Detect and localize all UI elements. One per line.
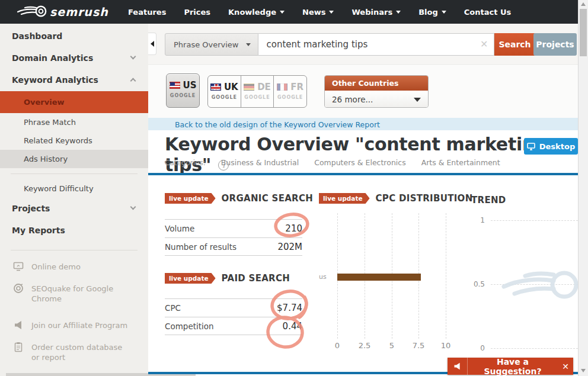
metric-label: Volume [165,224,194,233]
close-icon[interactable]: ✕ [558,362,573,371]
sidebar-item-domain-analytics[interactable]: Domain Analytics [0,47,148,69]
sidebar-item-ads-history[interactable]: Ads History [0,150,148,168]
search-input[interactable] [258,33,494,56]
nav-knowledge[interactable]: Knowledge [228,8,285,17]
nav-prices[interactable]: Prices [184,8,210,17]
megaphone-icon [448,358,468,375]
organic-search-table: Volume 210 Number of results 202M [165,219,302,256]
table-row: Number of results 202M [165,237,302,256]
trend-title: TREND [471,195,506,205]
y-tick-label: 1 [467,216,485,224]
categories-row: Categories: Business & Industrial Comput… [165,158,500,167]
categories-label: Categories: [165,159,206,167]
metric-value: 202M [277,242,302,252]
category-link[interactable]: Business & Industrial [221,158,299,167]
semrush-logo-icon: semrush [17,4,110,20]
nav-webinars[interactable]: Webinars [351,8,401,17]
x-tick-label: 10 [434,341,458,350]
table-row: CPC $7.74 [165,298,302,317]
sidebar-divider [11,250,138,250]
svg-text:semrush: semrush [50,5,108,18]
search-mode-select[interactable]: Phrase Overview [165,33,258,56]
collapse-arrow-icon [151,41,154,47]
paid-search-table: CPC $7.74 Competition 0.44 [165,298,302,335]
paid-search-title: PAID SEARCH [222,273,290,284]
cpc-bar[interactable] [337,274,421,281]
sidebar-item-phrase-match[interactable]: Phrase Match [0,113,148,131]
caret-down-icon [329,11,334,14]
sidebar-item-keyword-analytics[interactable]: Keyword Analytics [0,69,148,91]
clear-search-icon[interactable]: ✕ [480,39,488,50]
nav-contact-us[interactable]: Contact Us [464,8,511,17]
x-tick-label: 0 [325,341,349,350]
nav-features[interactable]: Features [128,8,166,17]
category-link[interactable]: Computers & Electronics [314,158,405,167]
country-tab-fr[interactable]: FR GOOGLE [273,76,306,107]
x-tick-label: 7.5 [407,341,430,350]
paid-search-header: live update PAID SEARCH [165,273,290,284]
semrush-watermark-icon [501,263,578,308]
metric-value: 0.44 [283,321,302,332]
table-row: Volume 210 [165,219,302,237]
y-tick-label: 0 [467,344,485,352]
metric-value: $7.74 [277,303,302,313]
suggestion-label: Have a Suggestion? [468,357,558,376]
semrush-keyword-overview-page: semrush Features Prices Knowledge News W… [0,0,588,376]
country-tab-uk[interactable]: UK GOOGLE [208,76,241,107]
other-countries-dropdown[interactable]: Other Countries 26 more... [324,75,429,108]
scrollbar-thumb[interactable] [580,9,587,56]
gridline [491,348,578,349]
back-link-bar: Back to the old design of the Keyword Ov… [148,118,578,130]
search-toolbar: Phrase Overview ✕ Search Projects [148,24,578,65]
sidebar-tool-affiliate-program[interactable]: Join our Affiliate Program [0,314,148,336]
search-button[interactable]: Search [494,33,536,56]
country-tab-us[interactable]: US GOOGLE [166,73,200,108]
metric-value: 210 [285,223,302,234]
nav-blog[interactable]: Blog [418,8,446,17]
chevron-down-icon [130,54,136,60]
semrush-logo[interactable]: semrush [17,4,110,20]
megaphone-icon [13,320,24,330]
live-update-badge: live update [165,273,216,284]
top-navigation: semrush Features Prices Knowledge News W… [0,0,578,24]
projects-button[interactable]: Projects [533,33,577,56]
category-link[interactable]: Arts & Entertainment [421,158,500,167]
caret-down-icon [414,98,421,102]
sidebar-tool-order-custom-database[interactable]: Order custom database or report [0,336,148,368]
sidebar-item-related-keywords[interactable]: Related Keywords [0,131,148,150]
keyword-report-section: live update ORGANIC SEARCH Volume 210 Nu… [148,175,578,372]
fr-flag-icon [277,83,287,91]
caret-down-icon [280,11,285,14]
sidebar-tool-seoquake[interactable]: SEOquake for Google Chrome [0,278,148,310]
sidebar-item-keyword-difficulty[interactable]: Keyword Difficulty [0,179,148,198]
scroll-down-icon[interactable] [581,369,586,372]
monitor-icon [13,261,24,272]
sidebar-item-overview[interactable]: Overview [0,91,148,113]
device-desktop-button[interactable]: Desktop [524,138,578,155]
sidebar-item-my-reports[interactable]: My Reports [0,220,148,242]
live-update-badge: live update [165,193,216,204]
organic-search-title: ORGANIC SEARCH [222,193,314,204]
sidebar-tool-online-demo[interactable]: Online demo [0,256,148,278]
other-countries-value: 26 more... [332,95,373,104]
nav-news[interactable]: News [302,8,334,17]
page-scrollbar[interactable] [578,0,588,376]
gridline [446,213,446,339]
suggestion-bar[interactable]: Have a Suggestion? ✕ [448,358,573,375]
us-flag-icon [170,82,180,89]
sidebar: Dashboard Domain Analytics Keyword Analy… [0,24,148,376]
other-countries-header: Other Countries [325,76,428,91]
sidebar-collapse-handle[interactable] [148,33,156,55]
y-tick-label: 0.5 [467,280,485,288]
seoquake-icon [13,283,24,294]
scroll-up-icon[interactable] [581,2,586,6]
sidebar-divider [11,173,138,174]
country-tab-de[interactable]: DE GOOGLE [241,76,274,107]
back-to-old-design-link[interactable]: Back to the old design of the Keyword Ov… [175,120,380,129]
sidebar-item-projects[interactable]: Projects [0,198,148,220]
cpc-distribution-title: CPC DISTRIBUTION [376,193,473,204]
sidebar-item-dashboard[interactable]: Dashboard [0,25,148,47]
monitor-icon [527,143,535,150]
table-row: Competition 0.44 [165,317,302,335]
de-flag-icon [244,83,254,91]
